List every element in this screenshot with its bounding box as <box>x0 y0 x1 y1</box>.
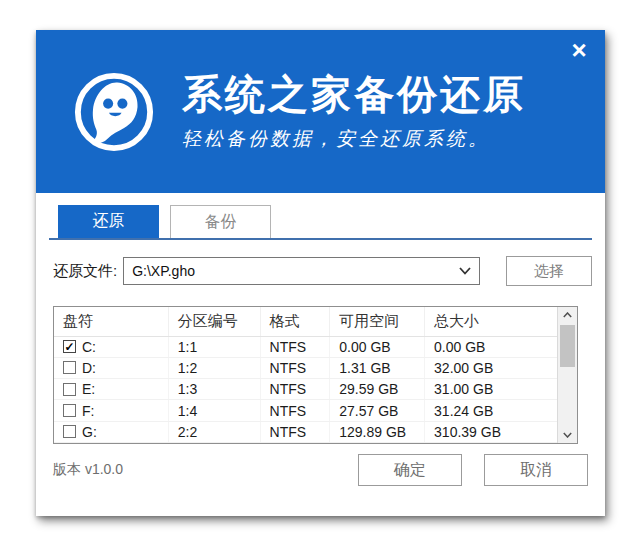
tab-restore[interactable]: 还原 <box>58 205 159 238</box>
close-icon[interactable]: × <box>565 36 593 64</box>
ok-button[interactable]: 确定 <box>358 454 462 486</box>
restore-file-label: 还原文件: <box>53 262 117 281</box>
format-cell: NTFS <box>260 400 330 421</box>
tab-bar: 还原 备份 <box>58 205 592 238</box>
drive-checkbox[interactable] <box>63 361 76 374</box>
total-size-cell: 32.00 GB <box>425 357 557 378</box>
app-window: × 系统之家备份还原 轻松备份数据，安全还原系统。 还原 备份 还原文件: <box>36 30 605 516</box>
restore-file-combobox[interactable]: G:\XP.gho <box>123 257 480 285</box>
drive-checkbox[interactable] <box>63 404 76 417</box>
table-row[interactable]: F:1:4NTFS27.57 GB31.24 GB <box>54 400 557 421</box>
format-cell: NTFS <box>260 379 330 400</box>
format-cell: NTFS <box>260 357 330 378</box>
column-header-2[interactable]: 格式 <box>260 307 330 336</box>
app-subtitle: 轻松备份数据，安全还原系统。 <box>182 126 526 152</box>
column-header-1[interactable]: 分区编号 <box>168 307 260 336</box>
tab-backup[interactable]: 备份 <box>170 205 271 238</box>
table-row[interactable]: ✓C:1:1NTFS0.00 GB0.00 GB <box>54 336 557 357</box>
table-row[interactable]: D:1:2NTFS1.31 GB32.00 GB <box>54 357 557 378</box>
chevron-down-icon[interactable] <box>459 267 471 275</box>
scrollbar-down-icon[interactable] <box>558 427 577 443</box>
partition-cell: 1:1 <box>168 336 260 357</box>
drive-letter: G: <box>82 424 97 440</box>
free-space-cell: 29.59 GB <box>330 379 425 400</box>
total-size-cell: 31.24 GB <box>425 400 557 421</box>
partition-cell: 2:2 <box>168 421 260 442</box>
drive-cell: D: <box>63 360 168 376</box>
select-button[interactable]: 选择 <box>506 256 592 286</box>
drive-checkbox[interactable]: ✓ <box>63 340 76 353</box>
page-background: × 系统之家备份还原 轻松备份数据，安全还原系统。 还原 备份 还原文件: <box>0 0 640 545</box>
column-header-3[interactable]: 可用空间 <box>330 307 425 336</box>
scrollbar-track[interactable] <box>558 323 577 427</box>
app-header: × 系统之家备份还原 轻松备份数据，安全还原系统。 <box>36 30 605 193</box>
drive-cell: ✓C: <box>63 339 168 355</box>
column-header-4[interactable]: 总大小 <box>425 307 557 336</box>
total-size-cell: 0.00 GB <box>425 336 557 357</box>
restore-file-row: 还原文件: G:\XP.gho 选择 <box>49 256 592 286</box>
table-row[interactable]: G:2:2NTFS129.89 GB310.39 GB <box>54 421 557 442</box>
drive-letter: C: <box>82 339 96 355</box>
format-cell: NTFS <box>260 336 330 357</box>
free-space-cell: 1.31 GB <box>330 357 425 378</box>
table-scrollbar[interactable] <box>557 307 577 443</box>
drive-checkbox[interactable] <box>63 425 76 438</box>
drive-cell: G: <box>63 424 168 440</box>
app-title: 系统之家备份还原 <box>182 72 526 116</box>
drive-letter: F: <box>82 403 94 419</box>
content-area: 还原 备份 还原文件: G:\XP.gho 选择 盘符分区编号格式可用空间总大小 <box>36 193 605 486</box>
tab-underline <box>49 238 592 240</box>
column-header-0[interactable]: 盘符 <box>54 307 168 336</box>
free-space-cell: 27.57 GB <box>330 400 425 421</box>
cancel-button[interactable]: 取消 <box>484 454 588 486</box>
free-space-cell: 0.00 GB <box>330 336 425 357</box>
format-cell: NTFS <box>260 421 330 442</box>
footer-buttons: 确定 取消 <box>358 454 588 486</box>
partition-cell: 1:3 <box>168 379 260 400</box>
total-size-cell: 310.39 GB <box>425 421 557 442</box>
drive-checkbox[interactable] <box>63 383 76 396</box>
ghost-logo-icon <box>72 70 156 154</box>
drive-cell: F: <box>63 403 168 419</box>
drive-letter: E: <box>82 381 95 397</box>
table-row[interactable]: E:1:3NTFS29.59 GB31.00 GB <box>54 379 557 400</box>
table-header-row: 盘符分区编号格式可用空间总大小 <box>54 307 557 336</box>
partition-cell: 1:2 <box>168 357 260 378</box>
partition-table: 盘符分区编号格式可用空间总大小 ✓C:1:1NTFS0.00 GB0.00 GB… <box>53 306 578 444</box>
restore-file-value: G:\XP.gho <box>132 263 195 279</box>
footer: 版本 v1.0.0 确定 取消 <box>49 454 592 486</box>
total-size-cell: 31.00 GB <box>425 379 557 400</box>
drive-letter: D: <box>82 360 96 376</box>
version-label: 版本 v1.0.0 <box>53 461 123 479</box>
scrollbar-thumb[interactable] <box>560 325 575 367</box>
free-space-cell: 129.89 GB <box>330 421 425 442</box>
brand-text: 系统之家备份还原 轻松备份数据，安全还原系统。 <box>182 72 526 152</box>
drive-cell: E: <box>63 381 168 397</box>
partition-cell: 1:4 <box>168 400 260 421</box>
scrollbar-up-icon[interactable] <box>558 307 577 323</box>
